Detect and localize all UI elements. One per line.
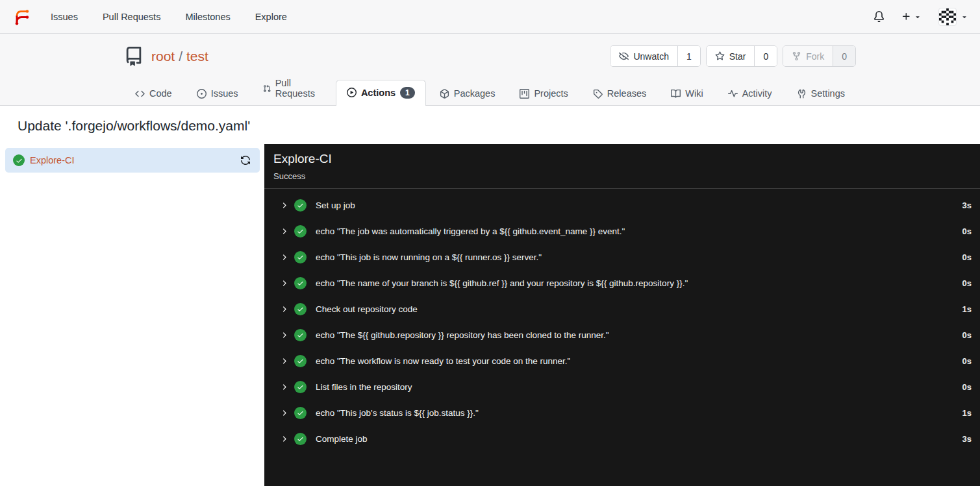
navbar-links: Issues Pull Requests Milestones Explore — [51, 12, 287, 22]
book-icon — [671, 89, 681, 99]
step-duration: 1s — [955, 408, 972, 418]
step-success-check-icon — [294, 329, 307, 341]
run-title-band: Update '.forgejo/workflows/demo.yaml' — [0, 106, 980, 144]
watchers-count[interactable]: 1 — [677, 46, 700, 66]
fork-button: Fork — [783, 46, 833, 66]
step-row[interactable]: Set up job 3s — [264, 192, 980, 218]
nav-link-explore[interactable]: Explore — [255, 12, 287, 22]
tab-projects[interactable]: Projects — [509, 81, 579, 106]
step-name: List files in the repository — [316, 382, 412, 392]
issue-icon — [197, 89, 207, 99]
step-name: echo "The name of your branch is ${{ git… — [316, 278, 688, 288]
chevron-right-icon[interactable] — [280, 305, 288, 313]
repo-separator: / — [179, 49, 182, 64]
repo-name-link[interactable]: test — [186, 49, 208, 64]
step-row[interactable]: echo "The ${{ github.repository }} repos… — [264, 322, 980, 348]
workflow-run-title: Update '.forgejo/workflows/demo.yaml' — [18, 118, 980, 134]
step-name: Check out repository code — [316, 304, 418, 314]
step-row[interactable]: List files in the repository 0s — [264, 374, 980, 400]
step-row[interactable]: echo "The job was automatically triggere… — [264, 218, 980, 244]
nav-link-issues[interactable]: Issues — [51, 12, 78, 22]
step-row[interactable]: echo "The workflow is now ready to test … — [264, 348, 980, 374]
pull-request-icon — [263, 84, 271, 93]
actions-count-badge: 1 — [400, 87, 415, 99]
step-row[interactable]: echo "The name of your branch is ${{ git… — [264, 270, 980, 296]
repo-owner-link[interactable]: root — [151, 49, 175, 64]
star-icon — [715, 51, 725, 61]
step-row[interactable]: echo "This job is now running on a ${{ r… — [264, 244, 980, 270]
tab-actions[interactable]: Actions 1 — [336, 80, 426, 106]
step-duration: 0s — [955, 226, 972, 236]
tab-settings[interactable]: Settings — [786, 81, 856, 106]
tab-activity[interactable]: Activity — [717, 81, 783, 106]
package-icon — [440, 89, 449, 99]
pulse-icon — [728, 89, 738, 99]
caret-down-icon — [914, 13, 922, 21]
chevron-right-icon[interactable] — [280, 435, 288, 443]
nav-link-milestones[interactable]: Milestones — [185, 12, 230, 22]
step-success-check-icon — [294, 303, 307, 315]
step-success-check-icon — [294, 381, 307, 393]
nav-link-pull-requests[interactable]: Pull Requests — [103, 12, 160, 22]
navbar-right — [873, 8, 968, 26]
step-row[interactable]: echo "This job's status is ${{ job.statu… — [264, 400, 980, 426]
chevron-right-icon[interactable] — [280, 201, 288, 210]
repo-action-buttons: Unwatch 1 Star 0 Fork 0 — [610, 45, 856, 67]
step-success-check-icon — [294, 251, 307, 263]
tab-pull-requests[interactable]: Pull Requests — [252, 71, 333, 106]
unwatch-button[interactable]: Unwatch — [610, 46, 677, 66]
step-duration: 0s — [955, 278, 972, 288]
tab-code[interactable]: Code — [124, 81, 183, 106]
plus-icon — [901, 12, 911, 21]
tab-wiki[interactable]: Wiki — [660, 81, 714, 106]
repo-tabs: Code Issues Pull Requests Actions 1 Pack… — [124, 71, 856, 106]
step-name: echo "The job was automatically triggere… — [316, 226, 625, 236]
chevron-right-icon[interactable] — [280, 279, 288, 287]
step-duration: 1s — [955, 304, 972, 314]
step-row[interactable]: Complete job 3s — [264, 426, 980, 452]
chevron-right-icon[interactable] — [280, 253, 288, 261]
run-panel-header: Explore-CI Success — [264, 144, 980, 189]
step-name: echo "The workflow is now ready to test … — [316, 356, 570, 366]
step-duration: 3s — [955, 200, 972, 210]
step-name: echo "This job's status is ${{ job.statu… — [316, 408, 479, 418]
stars-count[interactable]: 0 — [754, 46, 777, 66]
step-success-check-icon — [294, 433, 307, 445]
step-success-check-icon — [294, 277, 307, 289]
step-name: echo "The ${{ github.repository }} repos… — [316, 330, 609, 340]
tab-packages[interactable]: Packages — [429, 81, 507, 106]
fork-button-group: Fork 0 — [783, 45, 856, 67]
code-icon — [135, 89, 145, 99]
step-name: Complete job — [316, 434, 368, 444]
job-item-explore-ci[interactable]: Explore-CI — [5, 148, 260, 173]
tab-issues[interactable]: Issues — [186, 81, 249, 106]
chevron-right-icon[interactable] — [280, 409, 288, 417]
fork-icon — [792, 51, 801, 61]
step-success-check-icon — [294, 407, 307, 419]
step-duration: 0s — [955, 356, 972, 366]
forgejo-logo-icon[interactable] — [12, 7, 31, 27]
avatar-identicon[interactable] — [938, 8, 957, 26]
repo-icon — [124, 47, 144, 66]
tab-releases[interactable]: Releases — [582, 81, 657, 106]
chevron-right-icon[interactable] — [280, 357, 288, 365]
forks-count[interactable]: 0 — [833, 46, 855, 66]
step-success-check-icon — [294, 355, 307, 367]
jobs-sidebar: Explore-CI — [0, 144, 264, 486]
caret-down-icon — [961, 13, 968, 21]
create-new-button[interactable] — [901, 12, 922, 21]
user-menu[interactable] — [938, 8, 968, 26]
panel-job-status: Success — [273, 171, 970, 181]
refresh-icon[interactable] — [240, 155, 251, 165]
chevron-right-icon[interactable] — [280, 383, 288, 391]
top-navbar: Issues Pull Requests Milestones Explore — [0, 0, 980, 34]
star-button[interactable]: Star — [707, 46, 755, 66]
bell-icon[interactable] — [873, 11, 885, 22]
step-row[interactable]: Check out repository code 1s — [264, 296, 980, 322]
tag-icon — [593, 89, 603, 99]
chevron-right-icon[interactable] — [280, 331, 288, 339]
eye-slash-icon — [619, 51, 629, 61]
chevron-right-icon[interactable] — [280, 227, 288, 236]
step-success-check-icon — [294, 225, 307, 237]
run-log-panel: Explore-CI Success Set up job 3s echo "T… — [264, 144, 980, 486]
